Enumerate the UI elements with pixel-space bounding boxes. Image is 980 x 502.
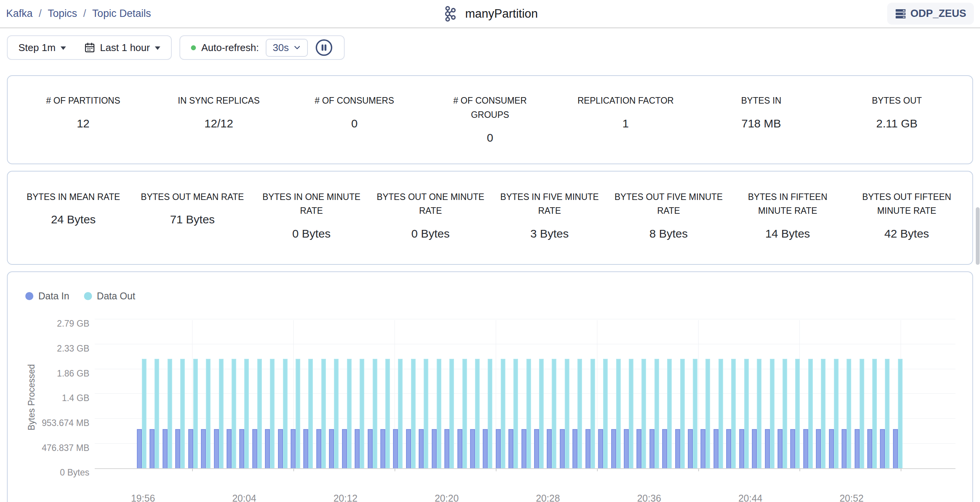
bar-data-out xyxy=(321,359,326,468)
bar-data-in xyxy=(611,429,616,468)
main-content: Step 1m Last 1 hour xyxy=(0,28,980,502)
bar-data-in xyxy=(265,429,270,468)
stat-label: BYTES OUT MEAN RATE xyxy=(141,190,244,204)
bar-data-out xyxy=(590,359,595,468)
x-axis-tick xyxy=(698,468,699,471)
vertical-scrollbar[interactable] xyxy=(976,207,980,265)
bar-data-out xyxy=(462,359,467,468)
stat-label: IN SYNC REPLICAS xyxy=(178,94,260,108)
pause-icon xyxy=(315,38,333,57)
page-header: Kafka/Topics/Topic Details manyPartition xyxy=(0,0,980,28)
bar-data-out xyxy=(488,359,492,468)
bar-data-out xyxy=(219,359,224,468)
stat-value: 14 Bytes xyxy=(765,227,810,240)
legend-dot-icon xyxy=(84,292,92,300)
stat-bytes-out: BYTES OUT2.11 GB xyxy=(829,94,965,144)
bar-data-in xyxy=(598,429,603,468)
legend-item-data-in[interactable]: Data In xyxy=(25,291,69,302)
bar-data-in xyxy=(521,429,526,468)
bar-data-out xyxy=(347,359,352,468)
stat-value: 71 Bytes xyxy=(170,213,215,226)
rate-stat-bytes-in-fifteen-minute-rate: BYTES IN FIFTEEN MINUTE RATE14 Bytes xyxy=(728,190,847,241)
x-tick-label: 20:12 xyxy=(334,493,358,502)
chart-legend: Data InData Out xyxy=(25,291,135,302)
bar-data-out xyxy=(501,359,505,468)
bar-data-out xyxy=(270,359,275,468)
bar-data-in xyxy=(675,429,680,468)
bar-data-out xyxy=(424,359,428,468)
bar-data-in xyxy=(137,429,142,468)
chevron-down-icon xyxy=(293,44,301,51)
bar-data-out xyxy=(449,359,454,468)
pause-refresh-button[interactable] xyxy=(315,38,333,57)
breadcrumb-separator: / xyxy=(39,8,42,20)
refresh-interval-select[interactable]: 30s xyxy=(266,39,308,57)
bar-data-out xyxy=(513,359,518,468)
bar-data-out xyxy=(654,359,659,468)
y-axis-title: Bytes Processed xyxy=(26,369,37,431)
auto-refresh-label: Auto-refresh: xyxy=(201,42,259,54)
x-tick-label: 20:28 xyxy=(536,493,560,502)
bar-data-out xyxy=(193,359,198,468)
bar-data-out xyxy=(155,359,159,468)
cluster-name: ODP_ZEUS xyxy=(910,8,966,20)
time-range-dropdown[interactable]: Last 1 hour xyxy=(84,42,160,54)
stat-label: REPLICATION FACTOR xyxy=(577,94,674,108)
bar-data-in xyxy=(342,429,347,468)
bar-data-out xyxy=(180,359,185,468)
bar-data-out xyxy=(641,359,646,468)
x-tick-label: 19:56 xyxy=(131,493,155,502)
bar-data-out xyxy=(257,359,262,468)
bar-data-out xyxy=(667,359,672,468)
bar-data-in xyxy=(534,429,539,468)
bar-data-out xyxy=(808,359,813,468)
bar-data-in xyxy=(585,429,590,468)
bar-data-in xyxy=(188,429,193,468)
bar-data-in xyxy=(432,429,437,468)
bar-data-out xyxy=(783,359,787,468)
stat-of-consumer-groups: # OF CONSUMER GROUPS0 xyxy=(422,94,558,144)
bar-data-in xyxy=(444,429,449,468)
cluster-selector-chip[interactable]: ODP_ZEUS xyxy=(887,3,974,25)
rate-stat-bytes-in-mean-rate: BYTES IN MEAN RATE24 Bytes xyxy=(14,190,133,241)
bar-data-in xyxy=(214,429,219,468)
stat-value: 0 Bytes xyxy=(411,227,450,240)
bar-data-out xyxy=(577,359,582,468)
x-tick-label: 20:36 xyxy=(637,493,661,502)
stat-label: BYTES IN ONE MINUTE RATE xyxy=(257,190,365,218)
bar-data-in xyxy=(496,429,501,468)
y-tick-label: 2.79 GB xyxy=(57,319,89,329)
bar-data-in xyxy=(547,429,552,468)
breadcrumb-item-kafka[interactable]: Kafka xyxy=(6,8,33,20)
bar-data-in xyxy=(778,429,783,468)
bar-data-in xyxy=(662,429,667,468)
y-tick-label: 2.33 GB xyxy=(57,343,89,353)
rate-stat-bytes-out-one-minute-rate: BYTES OUT ONE MINUTE RATE0 Bytes xyxy=(371,190,490,241)
bar-data-in xyxy=(470,429,475,468)
bar-data-out xyxy=(244,359,249,468)
legend-item-data-out[interactable]: Data Out xyxy=(84,291,135,302)
bar-data-in xyxy=(842,429,847,468)
bar-data-out xyxy=(705,359,710,468)
stat-label: BYTES IN FIVE MINUTE RATE xyxy=(495,190,603,218)
stat-label: BYTES IN xyxy=(741,94,781,108)
stat-value: 8 Bytes xyxy=(649,227,688,240)
x-tick-label: 20:04 xyxy=(232,493,257,502)
bar-data-out xyxy=(398,359,403,468)
auto-refresh-status: Auto-refresh: xyxy=(191,42,259,54)
breadcrumb: Kafka/Topics/Topic Details xyxy=(6,8,151,20)
chart-toolbar: Step 1m Last 1 hour xyxy=(7,35,973,60)
stat-label: BYTES OUT ONE MINUTE RATE xyxy=(377,190,485,218)
rate-stat-bytes-in-five-minute-rate: BYTES IN FIVE MINUTE RATE3 Bytes xyxy=(490,190,609,241)
step-dropdown[interactable]: Step 1m xyxy=(18,42,66,54)
bar-data-out xyxy=(885,359,890,468)
breadcrumb-item-topics[interactable]: Topics xyxy=(48,8,77,20)
x-gridline xyxy=(698,320,699,468)
y-tick-label: 953.674 MB xyxy=(42,418,89,428)
bar-data-in xyxy=(393,429,398,468)
bar-data-in xyxy=(803,429,808,468)
y-gridline xyxy=(95,418,955,419)
bar-data-in xyxy=(163,429,168,468)
stat-of-consumers: # OF CONSUMERS0 xyxy=(286,94,422,144)
stat-value: 0 Bytes xyxy=(292,227,331,240)
